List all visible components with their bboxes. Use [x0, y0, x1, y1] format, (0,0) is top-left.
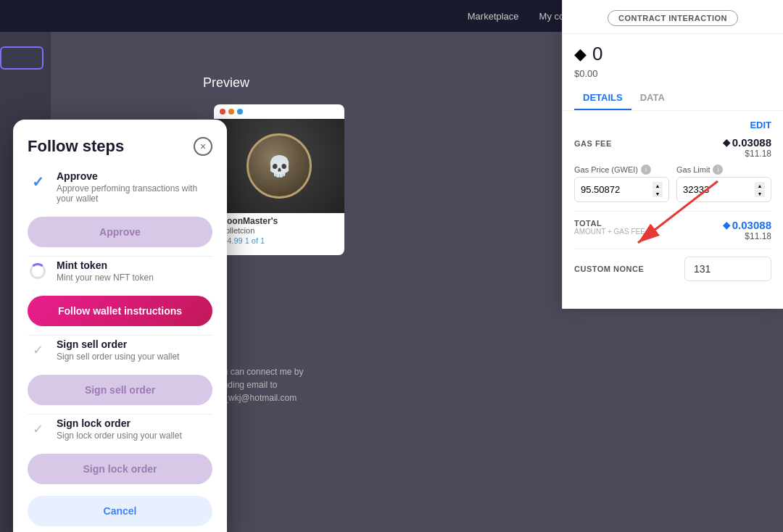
- gas-limit-value: 32333: [683, 184, 709, 195]
- mm-edit-row: EDIT: [574, 120, 771, 130]
- edit-button[interactable]: EDIT: [750, 120, 771, 130]
- step-sign-sell-desc: Sign sell order using your wallet: [57, 352, 212, 362]
- gas-fee-eth-amount: 0.03088: [732, 136, 771, 149]
- spinner-icon: [30, 263, 46, 279]
- tab-data[interactable]: DATA: [631, 86, 674, 110]
- step-sign-sell-name: Sign sell order: [57, 338, 212, 350]
- eth-icon-small: ◆: [723, 137, 730, 148]
- mm-total-row: TOTAL AMOUNT + GAS FEE ◆ 0.03088 $11.18: [574, 219, 771, 241]
- gas-price-up[interactable]: ▲: [652, 182, 663, 189]
- step-mint-text: Mint token Mint your new NFT token: [57, 259, 212, 283]
- step-sign-sell-icon: ✓: [28, 340, 48, 360]
- step-mint: Mint token Mint your new NFT token: [28, 259, 212, 283]
- total-amount: 0.03088: [732, 219, 771, 231]
- gas-price-label: Gas Price (GWEI) i: [574, 165, 669, 175]
- nft-color-dots: [214, 104, 344, 119]
- step-mint-icon: [28, 261, 48, 281]
- sidebar-tab[interactable]: [0, 46, 44, 70]
- nft-info: MoonMaster's Colletcion Ξ 4.99 1 of 1: [214, 213, 344, 248]
- step-sign-lock-desc: Sign lock order using your wallet: [57, 431, 212, 441]
- divider-3: [28, 414, 212, 415]
- gas-fee-value: ◆ 0.03088 $11.18: [723, 136, 771, 159]
- nonce-input[interactable]: [684, 257, 771, 281]
- step-mint-name: Mint token: [57, 259, 212, 271]
- nonce-label: CUSTOM NONCE: [574, 265, 644, 273]
- modal-title: Follow steps: [28, 137, 124, 156]
- gas-limit-spinner[interactable]: ▲ ▼: [755, 182, 765, 197]
- divider-1: [28, 256, 212, 257]
- step-sign-sell: ✓ Sign sell order Sign sell order using …: [28, 338, 212, 362]
- gas-limit-up[interactable]: ▲: [755, 182, 765, 189]
- step-sign-lock: ✓ Sign lock order Sign lock order using …: [28, 417, 212, 441]
- dot-blue: [237, 109, 243, 115]
- gas-limit-info-icon[interactable]: i: [713, 165, 723, 175]
- close-button[interactable]: ×: [194, 137, 212, 156]
- check-gray-icon: ✓: [33, 342, 44, 358]
- gas-limit-label: Gas Limit i: [676, 165, 771, 175]
- mm-total-labels: TOTAL AMOUNT + GAS FEE: [574, 219, 645, 236]
- step-approve-desc: Approve perfoming transactions with your…: [57, 183, 212, 204]
- step-approve-icon: ✓: [28, 172, 48, 192]
- mm-nonce-row: CUSTOM NONCE: [574, 257, 771, 281]
- gas-fee-usd: $11.18: [723, 149, 771, 159]
- total-label: TOTAL: [574, 219, 645, 228]
- gas-price-spinner[interactable]: ▲ ▼: [652, 182, 663, 197]
- step-mint-desc: Mint your new NFT token: [57, 273, 212, 283]
- nft-image: 💀: [214, 119, 344, 213]
- gas-limit-group: Gas Limit i 32333 ▲ ▼: [676, 165, 771, 202]
- sign-lock-button[interactable]: Sign lock order: [28, 454, 212, 484]
- mm-input-row: Gas Price (GWEI) i 95.50872 ▲ ▼ Gas Limi…: [574, 165, 771, 202]
- gas-limit-input[interactable]: 32333 ▲ ▼: [676, 177, 771, 202]
- coin-image: 💀: [246, 133, 312, 199]
- gas-price-input[interactable]: 95.50872 ▲ ▼: [574, 177, 669, 202]
- step-sign-sell-text: Sign sell order Sign sell order using yo…: [57, 338, 212, 362]
- eth-logo-icon: ◆: [574, 45, 587, 64]
- step-sign-lock-icon: ✓: [28, 419, 48, 439]
- modal-header: Follow steps ×: [28, 137, 212, 156]
- tab-details[interactable]: DETAILS: [574, 86, 631, 110]
- mm-tabs: DETAILS DATA: [563, 86, 783, 111]
- gas-price-value: 95.50872: [581, 184, 620, 195]
- mm-header: CONTRACT INTERACTION: [563, 0, 783, 34]
- cancel-button[interactable]: Cancel: [28, 496, 212, 526]
- amount-gas-sublabel: AMOUNT + GAS FEE: [574, 228, 645, 236]
- gas-price-info-icon[interactable]: i: [641, 165, 651, 175]
- nft-card: 💀 MoonMaster's Colletcion Ξ 4.99 1 of 1: [214, 104, 344, 255]
- mm-divider: [574, 211, 771, 212]
- bg-contact-text: you can connect me by sending email to n…: [214, 365, 359, 404]
- sign-sell-button[interactable]: Sign sell order: [28, 375, 212, 405]
- preview-label: Preview: [203, 75, 249, 91]
- nft-subtitle: Colletcion: [220, 226, 339, 235]
- follow-wallet-button[interactable]: Follow wallet instructions: [28, 296, 212, 326]
- divider-2: [28, 335, 212, 336]
- contract-badge: CONTRACT INTERACTION: [608, 10, 738, 26]
- mm-divider2: [574, 249, 771, 249]
- checkmark-icon: ✓: [32, 173, 44, 191]
- gas-price-down[interactable]: ▼: [652, 190, 663, 197]
- step-approve-name: Approve: [57, 170, 212, 182]
- nft-title: MoonMaster's: [220, 216, 339, 226]
- gas-price-group: Gas Price (GWEI) i 95.50872 ▲ ▼: [574, 165, 669, 202]
- metamask-panel: CONTRACT INTERACTION ◆ 0 $0.00 DETAILS D…: [562, 0, 783, 309]
- mm-amount-usd: $0.00: [563, 68, 783, 86]
- eth-icon-total: ◆: [723, 220, 730, 230]
- total-eth-value: ◆ 0.03088: [723, 219, 771, 231]
- nft-price: Ξ 4.99 1 of 1: [220, 236, 339, 245]
- mm-total-value: ◆ 0.03088 $11.18: [723, 219, 771, 241]
- mm-details-content: EDIT GAS FEE ◆ 0.03088 $11.18 Gas Price …: [563, 111, 783, 287]
- approve-button[interactable]: Approve: [28, 217, 212, 247]
- mm-amount-row: ◆ 0: [563, 34, 783, 68]
- check-gray-icon-2: ✓: [33, 421, 44, 437]
- step-sign-lock-text: Sign lock order Sign lock order using yo…: [57, 417, 212, 441]
- gas-fee-label: GAS FEE: [574, 139, 612, 148]
- follow-steps-modal: Follow steps × ✓ Approve Approve perfomi…: [13, 120, 227, 532]
- mm-gas-fee-row: GAS FEE ◆ 0.03088 $11.18: [574, 136, 771, 159]
- total-usd: $11.18: [723, 231, 771, 241]
- dot-red: [220, 109, 225, 115]
- step-approve-text: Approve Approve perfoming transactions w…: [57, 170, 212, 204]
- step-approve: ✓ Approve Approve perfoming transactions…: [28, 170, 212, 204]
- mm-amount-value: 0: [592, 43, 602, 65]
- nav-marketplace[interactable]: Marketplace: [468, 11, 519, 22]
- gas-fee-eth: ◆ 0.03088: [723, 136, 771, 149]
- gas-limit-down[interactable]: ▼: [755, 190, 765, 197]
